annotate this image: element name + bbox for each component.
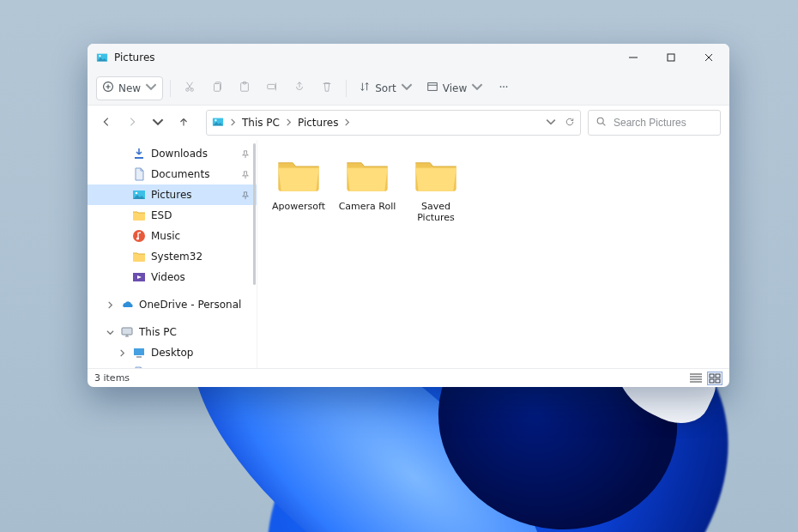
- paste-icon: [239, 81, 251, 95]
- back-button[interactable]: [94, 111, 118, 135]
- onedrive-icon: [120, 298, 134, 311]
- expander-placeholder: [117, 231, 127, 241]
- sort-button[interactable]: Sort: [354, 76, 418, 100]
- tree-item-downloads[interactable]: Downloads: [88, 143, 257, 164]
- copy-button[interactable]: [205, 76, 229, 100]
- folder-icon: [343, 157, 391, 197]
- delete-button[interactable]: [315, 76, 339, 100]
- chevron-down-icon: [145, 81, 157, 95]
- back-icon: [100, 116, 112, 130]
- tree-item-esd[interactable]: ESD: [88, 205, 257, 226]
- folder-name: Apowersoft: [272, 201, 325, 212]
- chevron-down-icon: [152, 116, 164, 130]
- chevron-down-icon: [401, 81, 413, 95]
- expander-placeholder: [117, 148, 127, 159]
- pin-icon: [241, 190, 250, 199]
- music-icon: [132, 229, 146, 243]
- expander-icon[interactable]: [105, 299, 115, 310]
- expander-icon[interactable]: [105, 327, 115, 337]
- breadcrumb-this-pc[interactable]: This PC: [242, 117, 280, 129]
- pin-icon: [241, 170, 250, 178]
- close-button[interactable]: [690, 44, 728, 71]
- address-dropdown-button[interactable]: [546, 117, 556, 130]
- tree-item-music[interactable]: Music: [88, 226, 257, 246]
- delete-icon: [321, 81, 333, 95]
- forward-icon: [126, 116, 138, 130]
- breadcrumb-pictures[interactable]: Pictures: [298, 117, 339, 129]
- document-icon: [132, 366, 146, 368]
- item-count-label: 3 items: [94, 372, 130, 384]
- download-icon: [132, 147, 146, 160]
- forward-button[interactable]: [120, 111, 144, 135]
- navigation-row: This PC Pictures: [88, 106, 729, 140]
- more-icon: [498, 81, 510, 95]
- address-bar[interactable]: This PC Pictures: [206, 110, 581, 136]
- tree-item-label: Pictures: [151, 189, 236, 201]
- minimize-button[interactable]: [614, 44, 652, 71]
- view-icon: [426, 81, 438, 95]
- command-bar: New Sort View: [88, 71, 729, 106]
- tree-item-label: ESD: [151, 209, 250, 221]
- plus-circle-icon: [102, 81, 114, 95]
- rename-icon: [266, 81, 278, 95]
- folder-item[interactable]: Apowersoft: [266, 154, 331, 227]
- tree-item-documents[interactable]: Documents: [88, 164, 257, 184]
- search-box[interactable]: [588, 110, 721, 136]
- rename-button[interactable]: [260, 76, 284, 100]
- folder-item[interactable]: Saved Pictures: [403, 154, 469, 227]
- new-button[interactable]: New: [96, 76, 163, 100]
- folder-icon: [412, 157, 460, 197]
- tree-item-system32[interactable]: System32: [88, 246, 257, 267]
- sort-button-label: Sort: [375, 82, 396, 94]
- recent-locations-button[interactable]: [146, 111, 170, 135]
- tree-item-label: This PC: [139, 326, 250, 338]
- view-button[interactable]: View: [421, 76, 488, 100]
- items-view[interactable]: ApowersoftCamera RollSaved Pictures: [257, 140, 729, 368]
- expander-placeholder: [117, 210, 127, 221]
- tree-item-label: Documents: [151, 367, 250, 368]
- scrollbar-thumb[interactable]: [253, 143, 256, 285]
- more-button[interactable]: [492, 76, 516, 100]
- up-arrow-icon: [178, 116, 190, 130]
- tree-item-label: System32: [151, 251, 250, 263]
- expander-placeholder: [117, 272, 127, 282]
- expander-placeholder: [117, 190, 127, 200]
- tree-item-desktop[interactable]: Desktop: [88, 342, 257, 363]
- chevron-right-icon: [343, 117, 351, 129]
- pictures-icon: [132, 188, 146, 202]
- tree-item-this-pc[interactable]: This PC: [88, 322, 257, 342]
- window-icon: [96, 51, 108, 63]
- status-bar: 3 items: [88, 368, 729, 387]
- tree-item-label: Documents: [151, 168, 236, 180]
- navigation-pane[interactable]: DownloadsDocumentsPicturesESDMusicSystem…: [88, 140, 257, 368]
- expander-icon[interactable]: [117, 348, 127, 358]
- tree-item-pictures[interactable]: Pictures: [88, 184, 257, 205]
- share-button[interactable]: [287, 76, 311, 100]
- details-view-button[interactable]: [688, 372, 704, 385]
- folder-name: Saved Pictures: [407, 201, 465, 223]
- chevron-down-icon: [471, 81, 483, 95]
- expander-placeholder: [117, 169, 127, 179]
- maximize-button[interactable]: [652, 44, 690, 71]
- share-icon: [293, 81, 305, 95]
- tree-item-label: Downloads: [151, 148, 236, 160]
- up-button[interactable]: [172, 111, 196, 135]
- file-explorer-window: Pictures New Sort View: [88, 44, 729, 387]
- chevron-right-icon: [285, 117, 293, 129]
- refresh-button[interactable]: [565, 117, 575, 130]
- pin-icon: [241, 149, 250, 158]
- tree-item-onedrive-personal[interactable]: OneDrive - Personal: [88, 294, 257, 315]
- cut-button[interactable]: [178, 76, 202, 100]
- videos-icon: [132, 270, 146, 284]
- paste-button[interactable]: [233, 76, 257, 100]
- folder-item[interactable]: Camera Roll: [335, 154, 400, 227]
- window-title: Pictures: [114, 51, 155, 63]
- large-icons-view-button[interactable]: [707, 372, 722, 385]
- tree-item-label: OneDrive - Personal: [139, 299, 250, 311]
- tree-item-videos[interactable]: Videos: [88, 267, 257, 287]
- title-bar[interactable]: Pictures: [88, 44, 729, 71]
- folder-y-icon: [132, 209, 146, 222]
- search-input[interactable]: [614, 117, 713, 129]
- cut-icon: [184, 81, 196, 95]
- tree-item-documents[interactable]: Documents: [88, 363, 257, 368]
